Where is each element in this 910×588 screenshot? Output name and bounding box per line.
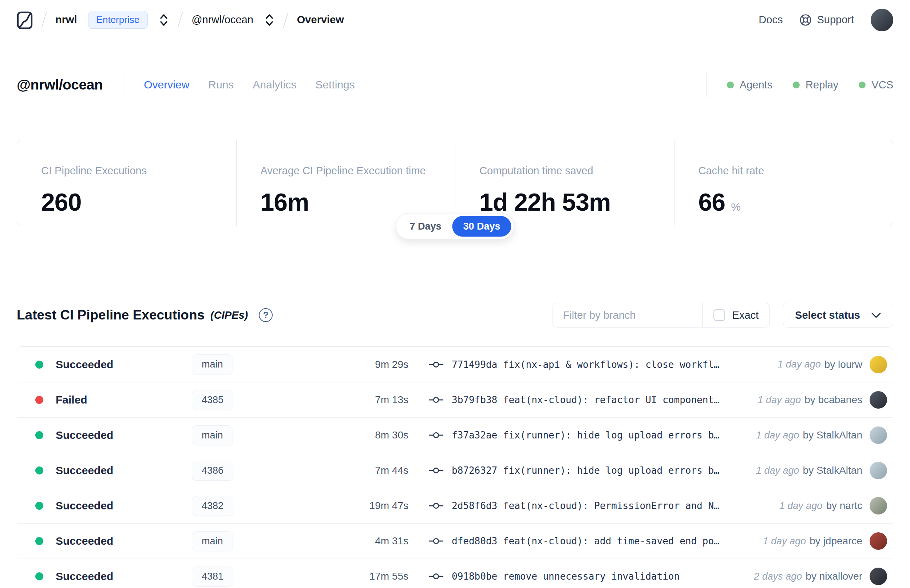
row-author: by nartc bbox=[826, 500, 862, 512]
branch-badge[interactable]: 4381 bbox=[192, 567, 233, 586]
status-dot bbox=[35, 537, 43, 545]
date-range-toggle: 7 Days 30 Days bbox=[396, 213, 514, 240]
row-status: Succeeded bbox=[56, 570, 113, 583]
exact-filter: Exact bbox=[702, 303, 770, 327]
nav-actions: Docs Support bbox=[758, 9, 893, 31]
tab-runs[interactable]: Runs bbox=[208, 79, 234, 91]
tab-overview[interactable]: Overview bbox=[144, 79, 189, 91]
row-author: by lourw bbox=[824, 359, 862, 370]
section-subtitle: (CIPEs) bbox=[210, 309, 248, 321]
table-row[interactable]: Failed 4385 7m 13s 3b79fb38 feat(nx-clou… bbox=[17, 382, 893, 417]
row-duration: 4m 31s bbox=[317, 535, 408, 547]
workspace-switcher-chevron-icon[interactable] bbox=[264, 13, 275, 27]
table-row[interactable]: Succeeded main 4m 31s dfed80d3 feat(nx-c… bbox=[17, 523, 893, 559]
breadcrumb-separator bbox=[41, 11, 47, 28]
git-commit-icon bbox=[428, 501, 444, 510]
row-author: by StalkAltan bbox=[803, 430, 862, 441]
git-commit-icon bbox=[428, 537, 444, 546]
status-replay: Replay bbox=[793, 79, 838, 91]
avatar bbox=[870, 532, 887, 550]
commit-message[interactable]: f37a32ae fix(runner): hide log upload er… bbox=[452, 430, 719, 441]
cipe-table: Succeeded main 9m 29s 771499da fix(nx-ap… bbox=[17, 346, 893, 588]
row-time: 2 days ago bbox=[754, 571, 802, 582]
row-author: by bcabanes bbox=[805, 394, 862, 406]
commit-message[interactable]: 3b79fb38 feat(nx-cloud): refactor UI com… bbox=[452, 394, 719, 405]
commit-message[interactable]: 2d58f6d3 feat(nx-cloud): PermissionError… bbox=[452, 500, 719, 511]
divider bbox=[123, 73, 123, 97]
status-dot bbox=[35, 572, 43, 580]
table-row[interactable]: Succeeded main 9m 29s 771499da fix(nx-ap… bbox=[17, 347, 893, 382]
cipe-section-header: Latest CI Pipeline Executions (CIPEs) ? … bbox=[17, 303, 893, 328]
branch-badge[interactable]: main bbox=[192, 425, 233, 445]
enterprise-badge: Enterprise bbox=[88, 11, 148, 29]
branch-badge[interactable]: 4382 bbox=[192, 496, 233, 516]
status-dot bbox=[35, 360, 43, 368]
branch-filter-input[interactable] bbox=[553, 303, 702, 327]
row-status: Failed bbox=[56, 394, 87, 406]
exact-checkbox[interactable] bbox=[713, 309, 725, 321]
status-agents: Agents bbox=[727, 79, 773, 91]
branch-badge[interactable]: 4386 bbox=[192, 460, 233, 481]
feature-statuses: Agents Replay VCS bbox=[706, 73, 893, 97]
range-30-days-button[interactable]: 30 Days bbox=[452, 216, 511, 237]
status-label: Agents bbox=[740, 79, 773, 91]
avatar bbox=[870, 497, 887, 515]
row-time: 1 day ago bbox=[756, 465, 799, 476]
row-duration: 19m 47s bbox=[317, 500, 408, 512]
lifebuoy-icon bbox=[799, 14, 812, 26]
status-label: VCS bbox=[871, 79, 893, 91]
nx-logo-icon[interactable] bbox=[17, 10, 33, 30]
range-7-days-button[interactable]: 7 Days bbox=[399, 216, 452, 237]
breadcrumb-page: Overview bbox=[297, 14, 344, 26]
breadcrumb-org[interactable]: nrwl bbox=[55, 14, 77, 26]
row-status: Succeeded bbox=[56, 359, 113, 371]
status-select-dropdown[interactable]: Select status bbox=[783, 303, 893, 328]
docs-link[interactable]: Docs bbox=[758, 14, 782, 26]
top-nav: nrwl Enterprise @nrwl/ocean Overview Doc… bbox=[0, 0, 910, 40]
tab-settings[interactable]: Settings bbox=[315, 79, 354, 91]
row-author: by jdpearce bbox=[810, 535, 862, 547]
row-author: by StalkAltan bbox=[803, 465, 862, 476]
stat-card-cache-hit: Cache hit rate 66% bbox=[674, 140, 893, 226]
avatar bbox=[870, 568, 887, 585]
avatar bbox=[870, 462, 887, 479]
commit-message[interactable]: 771499da fix(nx-api & workflows): close … bbox=[452, 359, 719, 370]
status-dot bbox=[35, 502, 43, 510]
stat-value: 66 bbox=[698, 188, 726, 216]
status-select-label: Select status bbox=[795, 309, 860, 321]
cipe-filters: Exact Select status bbox=[553, 303, 893, 328]
page-title: @nrwl/ocean bbox=[17, 77, 103, 93]
commit-message[interactable]: dfed80d3 feat(nx-cloud): add time-saved … bbox=[452, 536, 719, 546]
row-duration: 17m 55s bbox=[317, 570, 408, 582]
help-icon[interactable]: ? bbox=[259, 308, 273, 322]
exact-label: Exact bbox=[732, 309, 759, 321]
row-status: Succeeded bbox=[56, 464, 113, 477]
avatar bbox=[870, 391, 887, 409]
org-switcher-chevron-icon[interactable] bbox=[159, 13, 169, 27]
avatar bbox=[870, 426, 887, 444]
commit-message[interactable]: b8726327 fix(runner): hide log upload er… bbox=[452, 465, 719, 476]
status-vcs: VCS bbox=[859, 79, 893, 91]
branch-badge[interactable]: 4385 bbox=[192, 390, 233, 410]
table-row[interactable]: Succeeded 4386 7m 44s b8726327 fix(runne… bbox=[17, 452, 893, 488]
row-time: 1 day ago bbox=[763, 536, 806, 547]
tab-analytics[interactable]: Analytics bbox=[253, 79, 296, 91]
breadcrumb-workspace[interactable]: @nrwl/ocean bbox=[191, 14, 253, 26]
row-time: 1 day ago bbox=[779, 500, 823, 512]
branch-badge[interactable]: main bbox=[192, 531, 233, 551]
table-row[interactable]: Succeeded 4381 17m 55s 0918b0be remove u… bbox=[17, 559, 893, 588]
support-link[interactable]: Support bbox=[799, 14, 854, 26]
stat-value: 260 bbox=[41, 188, 81, 216]
row-time: 1 day ago bbox=[756, 430, 799, 441]
branch-badge[interactable]: main bbox=[192, 354, 233, 375]
status-dot bbox=[35, 467, 43, 475]
stat-label: Cache hit rate bbox=[698, 165, 869, 177]
user-avatar[interactable] bbox=[871, 9, 893, 31]
support-label: Support bbox=[817, 14, 854, 26]
status-dot bbox=[35, 431, 43, 439]
table-row[interactable]: Succeeded 4382 19m 47s 2d58f6d3 feat(nx-… bbox=[17, 488, 893, 523]
stat-label: CI Pipeline Executions bbox=[41, 165, 212, 177]
commit-message[interactable]: 0918b0be remove unnecessary invalidation bbox=[452, 571, 680, 582]
git-commit-icon bbox=[428, 396, 444, 404]
table-row[interactable]: Succeeded main 8m 30s f37a32ae fix(runne… bbox=[17, 417, 893, 452]
